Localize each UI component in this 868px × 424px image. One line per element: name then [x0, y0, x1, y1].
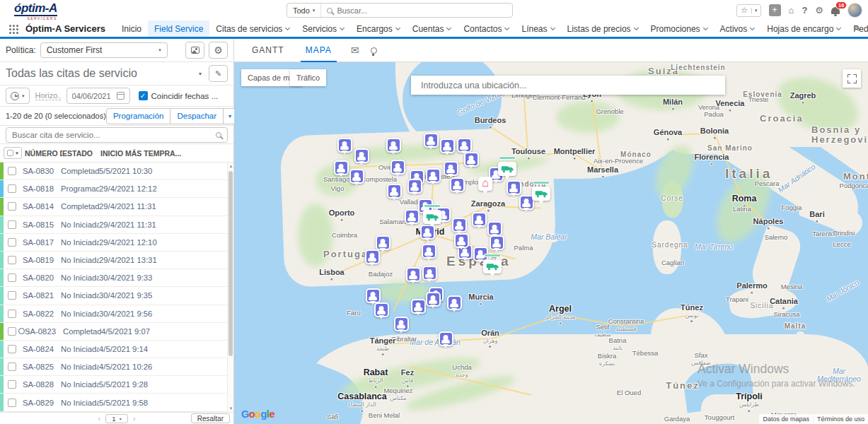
service-appointment-marker[interactable]: [439, 331, 453, 346]
time-filter-button[interactable]: ▾: [6, 88, 30, 104]
home-base-marker[interactable]: ⌂: [478, 177, 492, 191]
schedule-button[interactable]: Programación: [106, 108, 171, 124]
table-row[interactable]: SA-0814Completada29/4/2021 11:31: [0, 198, 233, 216]
nav-tab-cuentas[interactable]: Cuentas: [406, 20, 458, 37]
horizon-link[interactable]: Horizo...: [35, 91, 61, 100]
favorites-button[interactable]: ☆ ▾: [736, 4, 760, 17]
map-canvas[interactable]: Golfo de VizcayaBurdeosLimogesClermont-F…: [234, 62, 868, 424]
service-appointment-marker[interactable]: [337, 138, 352, 153]
map-image-button[interactable]: [185, 42, 204, 59]
traffic-button[interactable]: Tráfico: [290, 69, 326, 86]
table-row[interactable]: SA-0817No Iniciada29/4/2021 12:10: [0, 234, 233, 252]
row-checkbox[interactable]: [8, 363, 16, 371]
row-checkbox[interactable]: [8, 380, 16, 389]
nav-tab-field-service[interactable]: Field Service: [148, 20, 209, 37]
row-checkbox[interactable]: [8, 399, 16, 407]
service-appointment-marker[interactable]: [366, 288, 381, 303]
column-header-number[interactable]: NÚMERO DE C...: [25, 149, 62, 158]
service-appointment-marker[interactable]: [390, 160, 405, 175]
select-all-checkbox[interactable]: ▾: [4, 147, 22, 159]
service-appointment-marker[interactable]: [407, 179, 422, 194]
row-checkbox[interactable]: [8, 202, 16, 211]
chevron-down-icon[interactable]: ▾: [751, 8, 760, 13]
service-appointment-marker[interactable]: [387, 184, 402, 199]
chevron-down-icon[interactable]: ▾: [199, 71, 202, 77]
calendar-icon[interactable]: [117, 92, 125, 100]
table-row[interactable]: SA-0825No Iniciada4/5/2021 10:26: [0, 358, 233, 376]
location-search-input[interactable]: [411, 81, 725, 90]
match-dates-checkbox[interactable]: ✓: [139, 91, 148, 100]
nav-tab-líneas[interactable]: Líneas: [515, 20, 560, 37]
service-appointment-marker[interactable]: [424, 133, 439, 148]
page-select[interactable]: 1 ▾: [105, 414, 128, 423]
nav-tab-promociones[interactable]: Promociones: [644, 20, 714, 37]
table-row[interactable]: SA-0821No Iniciada30/4/2021 9:35: [0, 287, 233, 305]
panel-settings-button[interactable]: ⚙: [209, 42, 228, 59]
table-row[interactable]: SA-0822No Iniciada30/4/2021 9:56: [0, 305, 233, 323]
policy-select[interactable]: Customer First ▾: [40, 42, 168, 58]
service-appointment-marker[interactable]: [507, 180, 521, 195]
table-row[interactable]: SA-0820No Iniciada30/4/2021 9:33: [0, 269, 233, 287]
trailhead-icon[interactable]: ⌂: [789, 6, 794, 15]
help-icon[interactable]: ?: [802, 5, 807, 16]
tab-mapa[interactable]: MAPA: [295, 39, 342, 61]
terms-link[interactable]: Términos de uso: [814, 414, 868, 424]
service-appointment-marker[interactable]: [487, 221, 502, 236]
table-row[interactable]: SA-0829No Iniciada5/5/2021 9:58: [0, 394, 233, 411]
map-data-link[interactable]: Datos de mapas: [759, 414, 813, 424]
nav-tab-activos[interactable]: Activos: [714, 20, 761, 37]
service-appointment-marker[interactable]: [450, 177, 465, 192]
envelope-icon[interactable]: ✉: [351, 45, 359, 56]
technician-truck-marker[interactable]: [483, 259, 502, 273]
service-appointment-marker[interactable]: [406, 267, 421, 282]
scroll-down-icon[interactable]: ▼: [229, 406, 233, 411]
nav-tab-encargos[interactable]: Encargos: [350, 20, 406, 37]
service-appointment-marker[interactable]: [422, 244, 436, 259]
service-appointment-marker[interactable]: [386, 138, 401, 153]
table-row[interactable]: SA-0818Programada29/4/2021 12:12: [0, 180, 233, 198]
column-header-start[interactable]: INICIO MÁS TEMPRA...: [100, 149, 233, 158]
service-appointment-marker[interactable]: [405, 209, 419, 224]
row-checkbox[interactable]: [8, 310, 16, 318]
edit-nav-pencil-icon[interactable]: ✎: [854, 24, 861, 34]
table-scrollbar[interactable]: ▲ ▼: [227, 163, 233, 412]
page-prev-icon[interactable]: ‹: [98, 415, 100, 423]
table-row[interactable]: SA-0824No Iniciada4/5/2021 9:14: [0, 341, 233, 358]
row-checkbox[interactable]: [8, 184, 16, 193]
service-appointment-marker[interactable]: [440, 139, 455, 153]
nav-tab-listas-de-precios[interactable]: Listas de precios: [561, 20, 644, 37]
table-row[interactable]: SA-0830Completada5/5/2021 10:30: [0, 163, 233, 180]
service-appointment-marker[interactable]: [490, 235, 504, 250]
app-launcher-icon[interactable]: [8, 24, 18, 34]
search-scope-button[interactable]: Todo ▾: [287, 4, 321, 17]
nav-tab-inicio[interactable]: Inicio: [115, 20, 148, 37]
row-checkbox[interactable]: [8, 220, 16, 229]
service-appointment-marker[interactable]: [422, 266, 437, 281]
highlight-button[interactable]: Resaltar: [191, 413, 230, 423]
tab-gantt[interactable]: GANTT: [241, 39, 295, 61]
service-appointment-marker[interactable]: [472, 212, 487, 227]
service-appointment-marker[interactable]: [444, 161, 458, 176]
row-checkbox[interactable]: [8, 345, 16, 353]
row-checkbox[interactable]: [8, 327, 16, 336]
service-appointment-marker[interactable]: [454, 233, 469, 248]
service-appointment-marker[interactable]: [464, 152, 479, 167]
row-checkbox[interactable]: [8, 291, 16, 300]
appointment-search-input[interactable]: [12, 131, 210, 139]
technician-truck-marker[interactable]: [498, 162, 516, 176]
notifications-button[interactable]: 16: [831, 7, 840, 14]
table-row[interactable]: SA-0823Completada4/5/2021 9:07: [0, 323, 233, 341]
nav-tab-hojas-de-encargo[interactable]: Hojas de encargo: [760, 20, 847, 37]
page-next-icon[interactable]: ›: [133, 415, 135, 423]
service-appointment-marker[interactable]: [426, 292, 441, 307]
date-input[interactable]: [72, 92, 113, 100]
service-appointment-marker[interactable]: [376, 235, 390, 250]
user-avatar[interactable]: [847, 3, 862, 18]
service-appointment-marker[interactable]: [394, 317, 409, 331]
row-checkbox[interactable]: [8, 167, 16, 175]
service-appointment-marker[interactable]: [426, 168, 441, 183]
service-appointment-marker[interactable]: [411, 299, 426, 314]
service-appointment-marker[interactable]: [365, 249, 380, 264]
fullscreen-button[interactable]: [843, 69, 861, 88]
nav-tab-contactos[interactable]: Contactos: [457, 20, 515, 37]
